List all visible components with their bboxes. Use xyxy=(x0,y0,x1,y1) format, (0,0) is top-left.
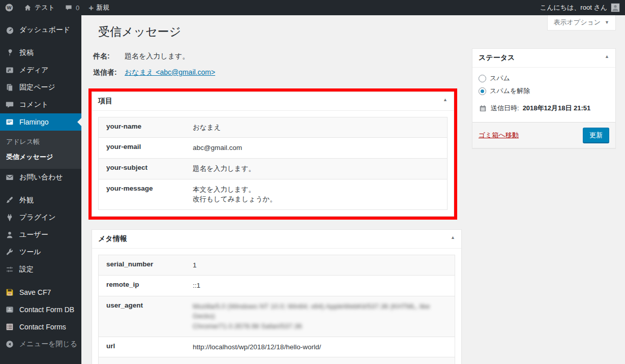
user-icon xyxy=(5,230,15,240)
table-row: your-subject 題名を入力します。 xyxy=(99,158,447,179)
radio-label: スパム xyxy=(490,74,510,83)
submitted-date-value: 2018年12月18日 21:51 xyxy=(523,104,591,113)
sidebar-item-pages[interactable]: 固定ページ xyxy=(0,79,81,96)
sidebar-item-label: Save CF7 xyxy=(19,288,51,296)
sidebar-item-tools[interactable]: ツール xyxy=(0,244,81,261)
wordpress-logo-menu[interactable]: W xyxy=(0,0,18,15)
table-row: your-name おなまえ xyxy=(99,117,447,138)
submitted-date-label: 送信日時: xyxy=(491,104,519,113)
site-name-label: テスト xyxy=(35,3,55,12)
admin-content-area: 表示オプション ▼ 受信メッセージ 件名: 題名を入力します。 送信者: おなま… xyxy=(81,15,625,364)
meta-panel-header: メタ情報 ▲ xyxy=(92,230,461,249)
subject-line: 件名: 題名を入力します。 xyxy=(93,52,460,61)
flamingo-submenu: アドレス帳 受信メッセージ xyxy=(0,131,81,169)
submitted-date-line: 送信日時: 2018年12月18日 21:51 xyxy=(479,104,609,113)
svg-text:W: W xyxy=(7,5,12,10)
collapse-toggle-icon[interactable]: ▲ xyxy=(443,97,448,102)
submenu-item-inbound-messages[interactable]: 受信メッセージ xyxy=(0,149,81,165)
sidebar-item-label: 固定ページ xyxy=(19,83,55,92)
avatar[interactable] xyxy=(611,3,620,12)
from-label: 送信者: xyxy=(93,68,125,77)
submenu-item-address-book[interactable]: アドレス帳 xyxy=(0,134,81,149)
mail-icon xyxy=(5,172,15,183)
meta-panel: メタ情報 ▲ serial_number 1 remote_ip ::1 use… xyxy=(92,229,462,364)
dashboard-icon xyxy=(5,25,15,35)
sidebar-item-label: 投稿 xyxy=(19,48,34,57)
fields-panel: 項目 ▲ your-name おなまえ your-email abc@gmail… xyxy=(92,92,454,217)
sidebar-item-label: メニューを閉じる xyxy=(19,340,77,349)
update-button[interactable]: 更新 xyxy=(583,128,609,143)
table-row: your-message 本文を入力します。 改行もしてみましょうか。 xyxy=(99,179,447,209)
new-label: 新規 xyxy=(96,3,109,12)
admin-bar: W テスト 0 + 新規 こんにちは、root さん xyxy=(0,0,625,15)
table-row: user_agent Mozilla/5.0 (Windows NT 10.0;… xyxy=(99,296,455,337)
sidebar-item-settings[interactable]: 設定 xyxy=(0,261,81,278)
sidebar-item-comments[interactable]: コメント xyxy=(0,96,81,113)
fields-table: your-name おなまえ your-email abc@gmail.com … xyxy=(98,117,448,210)
status-panel: ステータス ▲ スパム スパムを解除 xyxy=(472,48,616,148)
radio-button-unchecked[interactable] xyxy=(479,75,486,82)
wrench-icon xyxy=(5,247,15,257)
sidebar-item-media[interactable]: メディア xyxy=(0,62,81,79)
pages-icon xyxy=(5,82,15,93)
plus-icon: + xyxy=(88,4,94,12)
media-icon xyxy=(5,65,15,75)
sidebar-item-appearance[interactable]: 外観 xyxy=(0,192,81,209)
sidebar-item-contact-form-db[interactable]: Contact Form DB xyxy=(0,301,81,318)
calendar-icon xyxy=(479,104,487,113)
page-title: 受信メッセージ xyxy=(98,15,615,45)
from-link[interactable]: おなまえ <abc@gmail.com> xyxy=(125,68,215,77)
comments-menu[interactable]: 0 xyxy=(59,0,84,15)
list-icon xyxy=(5,322,15,332)
sidebar-item-label: お問い合わせ xyxy=(19,173,63,182)
table-row: url http://localhost/wp/2018/12/18/hello… xyxy=(99,337,455,357)
radio-unspam[interactable]: スパムを解除 xyxy=(479,86,609,96)
user-greeting[interactable]: こんにちは、root さん xyxy=(540,3,607,12)
site-name-link[interactable]: テスト xyxy=(18,0,59,15)
red-annotation-box: 項目 ▲ your-name おなまえ your-email abc@gmail… xyxy=(88,88,457,220)
sidebar-item-dashboard[interactable]: ダッシュボード xyxy=(0,21,81,39)
collapse-arrow-icon xyxy=(5,339,15,349)
radio-spam[interactable]: スパム xyxy=(479,74,609,83)
sidebar-item-collapse-menu[interactable]: メニューを閉じる xyxy=(0,336,81,353)
new-content-menu[interactable]: + 新規 xyxy=(84,0,114,15)
sidebar-item-label: メディア xyxy=(19,66,48,75)
brush-icon xyxy=(5,195,15,205)
sidebar-item-label: プラグイン xyxy=(19,213,56,222)
flamingo-icon xyxy=(5,117,15,127)
main-column: 件名: 題名を入力します。 送信者: おなまえ <abc@gmail.com> … xyxy=(92,52,462,364)
status-panel-footer: ゴミ箱へ移動 更新 xyxy=(472,122,615,148)
sidebar-item-contact[interactable]: お問い合わせ xyxy=(0,169,81,186)
table-row: serial_number 1 xyxy=(99,255,455,276)
side-column: ステータス ▲ スパム スパムを解除 xyxy=(472,48,616,148)
sidebar-item-save-cf7[interactable]: Save CF7 xyxy=(0,284,81,301)
redacted-user-agent: Chrome/71.0.3578.98 Safari/537.36 xyxy=(193,321,447,331)
radio-button-checked[interactable] xyxy=(479,87,486,95)
subject-value: 題名を入力します。 xyxy=(125,52,189,61)
plug-icon xyxy=(5,213,15,223)
sidebar-item-plugins[interactable]: プラグイン xyxy=(0,209,81,226)
sidebar-item-label: ツール xyxy=(19,248,41,257)
table-row: remote_ip ::1 xyxy=(99,275,455,296)
sidebar-item-label: Contact Forms xyxy=(19,323,66,331)
sidebar-item-posts[interactable]: 投稿 xyxy=(0,44,81,62)
sidebar-item-flamingo[interactable]: Flamingo xyxy=(0,113,81,131)
radio-label: スパムを解除 xyxy=(490,86,530,96)
sidebar-item-users[interactable]: ユーザー xyxy=(0,226,81,244)
comment-bubble-icon xyxy=(64,3,73,12)
meta-panel-title: メタ情報 xyxy=(98,234,127,242)
admin-sidebar: ダッシュボード 投稿 メディア 固定ページ コメント Flamingo アドレス… xyxy=(0,15,81,364)
comments-count: 0 xyxy=(76,4,79,12)
from-line: 送信者: おなまえ <abc@gmail.com> xyxy=(93,68,460,77)
meta-table: serial_number 1 remote_ip ::1 user_agent… xyxy=(98,255,455,364)
sidebar-item-label: 外観 xyxy=(19,196,34,205)
sidebar-item-label: 設定 xyxy=(19,265,34,274)
sidebar-item-label: コメント xyxy=(19,100,48,109)
move-to-trash-link[interactable]: ゴミ箱へ移動 xyxy=(479,131,519,140)
collapse-toggle-icon[interactable]: ▲ xyxy=(605,54,609,59)
collapse-toggle-icon[interactable]: ▲ xyxy=(451,235,455,240)
pushpin-icon xyxy=(5,48,15,58)
sidebar-item-contact-forms[interactable]: Contact Forms xyxy=(0,318,81,336)
status-panel-title: ステータス xyxy=(479,53,515,62)
contact-form-db-icon xyxy=(5,305,15,315)
